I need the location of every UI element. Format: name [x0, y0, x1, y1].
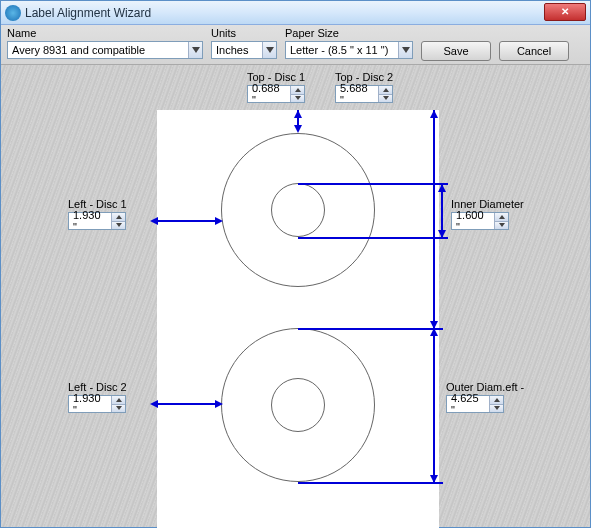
inner-diameter-value: 1.600 ": [452, 209, 494, 233]
chevron-down-icon: [112, 405, 125, 413]
chevron-down-icon: [495, 222, 508, 230]
titlebar: Label Alignment Wizard ✕: [1, 1, 590, 25]
arrow-down-icon: [294, 125, 302, 133]
save-button[interactable]: Save: [421, 41, 491, 61]
disc1-inner: [271, 183, 325, 237]
inner-diameter-group: Inner Diameter 1.600 ": [451, 198, 524, 230]
left-disc1-group: Left - Disc 1 1.930 ": [68, 198, 127, 230]
units-field: Units Inches: [211, 27, 277, 59]
left-disc1-line: [157, 220, 221, 222]
chevron-up-icon: [291, 86, 304, 95]
window-title: Label Alignment Wizard: [25, 6, 151, 20]
inner-diameter-spinner[interactable]: 1.600 ": [451, 212, 509, 230]
top-disc1-value: 0.688 ": [248, 82, 290, 106]
arrow-down-icon: [438, 230, 446, 238]
main-window: Label Alignment Wizard ✕ Name Avery 8931…: [0, 0, 591, 528]
canvas-area: Top - Disc 1 0.688 " Top - Disc 2 5.688 …: [1, 65, 590, 527]
name-label: Name: [7, 27, 203, 39]
chevron-down-icon: [262, 42, 276, 58]
name-value: Avery 8931 and compatible: [8, 44, 188, 56]
left-disc1-value: 1.930 ": [69, 209, 111, 233]
units-label: Units: [211, 27, 277, 39]
close-button[interactable]: ✕: [544, 3, 586, 21]
chevron-down-icon: [291, 95, 304, 103]
cancel-button[interactable]: Cancel: [499, 41, 569, 61]
outer-diameter-value: 4.625 ": [447, 392, 489, 416]
outer-diam-bot-guide: [298, 482, 443, 484]
left-disc2-value: 1.930 ": [69, 392, 111, 416]
disc2-inner: [271, 378, 325, 432]
outer-diam-vline: [433, 328, 435, 482]
arrow-right-icon: [215, 400, 223, 408]
units-value: Inches: [212, 44, 262, 56]
app-icon: [5, 5, 21, 21]
spin-buttons[interactable]: [489, 396, 503, 412]
outer-diameter-spinner[interactable]: 4.625 ": [446, 395, 504, 413]
left-disc2-group: Left - Disc 2 1.930 ": [68, 381, 127, 413]
spin-buttons[interactable]: [111, 396, 125, 412]
paper-sheet: [157, 110, 439, 528]
spin-buttons[interactable]: [290, 86, 304, 102]
arrow-right-icon: [215, 217, 223, 225]
chevron-up-icon: [495, 213, 508, 222]
arrow-left-icon: [150, 400, 158, 408]
chevron-down-icon: [398, 42, 412, 58]
top-disc2-value: 5.688 ": [336, 82, 378, 106]
spin-buttons[interactable]: [494, 213, 508, 229]
close-icon: ✕: [561, 6, 569, 17]
chevron-down-icon: [112, 222, 125, 230]
outer-diameter-group: Outer Diam.eft - 4.625 ": [446, 381, 524, 413]
chevron-up-icon: [112, 396, 125, 405]
chevron-down-icon: [379, 95, 392, 103]
top-disc2-spinner[interactable]: 5.688 ": [335, 85, 393, 103]
spin-buttons[interactable]: [378, 86, 392, 102]
chevron-down-icon: [490, 405, 503, 413]
left-disc2-spinner[interactable]: 1.930 ": [68, 395, 126, 413]
left-disc1-spinner[interactable]: 1.930 ": [68, 212, 126, 230]
inner-diam-top-guide: [298, 183, 448, 185]
top-disc1-spinner[interactable]: 0.688 ": [247, 85, 305, 103]
arrow-up-icon: [294, 110, 302, 118]
arrow-up-icon: [438, 184, 446, 192]
name-combo[interactable]: Avery 8931 and compatible: [7, 41, 203, 59]
chevron-up-icon: [379, 86, 392, 95]
toolbar: Name Avery 8931 and compatible Units Inc…: [1, 25, 590, 65]
paper-combo[interactable]: Letter - (8.5 " x 11 "): [285, 41, 413, 59]
left-disc2-line: [157, 403, 221, 405]
spin-buttons[interactable]: [111, 213, 125, 229]
units-combo[interactable]: Inches: [211, 41, 277, 59]
top-disc2-line: [433, 110, 435, 328]
inner-diam-bot-guide: [298, 237, 448, 239]
chevron-up-icon: [112, 213, 125, 222]
arrow-left-icon: [150, 217, 158, 225]
top-disc1-group: Top - Disc 1 0.688 ": [247, 71, 305, 103]
chevron-down-icon: [188, 42, 202, 58]
top-disc2-group: Top - Disc 2 5.688 ": [335, 71, 393, 103]
outer-diam-top-guide: [298, 328, 443, 330]
paper-value: Letter - (8.5 " x 11 "): [286, 44, 398, 56]
name-field: Name Avery 8931 and compatible: [7, 27, 203, 59]
paper-label: Paper Size: [285, 27, 413, 39]
arrow-up-icon: [430, 110, 438, 118]
paper-field: Paper Size Letter - (8.5 " x 11 "): [285, 27, 413, 59]
chevron-up-icon: [490, 396, 503, 405]
